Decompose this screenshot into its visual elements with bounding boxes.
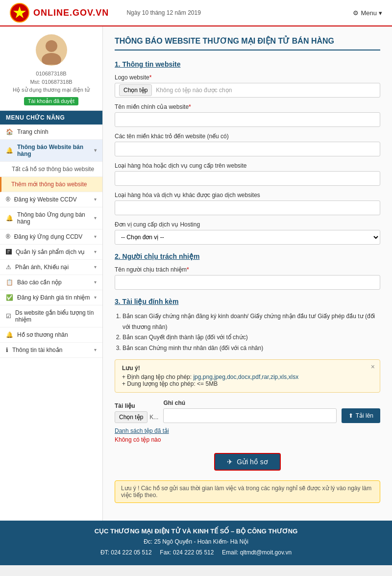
sidebar-item-them-moi[interactable]: Thêm mới thông báo website <box>0 177 102 192</box>
svg-point-3 <box>42 53 61 65</box>
profile-id: 010687318B Mst: 010687318B Hộ sử dụng th… <box>13 70 90 94</box>
other-domain-input[interactable] <box>115 142 380 156</box>
upload-btn[interactable]: ⬆ Tải lên <box>342 408 380 423</box>
other-goods-group: Loại hàng hóa và dịch vụ khác được giao … <box>115 192 380 215</box>
check-icon: ✅ <box>6 294 13 301</box>
header-menu[interactable]: ⚙ Menu ▾ <box>353 9 382 17</box>
upload-area: Tài liệu Chọn tệp K... Ghi chú ⬆ Tải lên <box>115 400 380 423</box>
sidebar-item-trang-chinh[interactable]: 🏠 Trang chính <box>0 125 102 140</box>
goods-group: Loại hàng hóa hoặc dịch vụ cung cấp trên… <box>115 162 380 186</box>
attach-item-3: Bản scan Chứng minh thư nhân dân (đối vớ… <box>122 343 380 354</box>
chevron-icon: ▾ <box>94 148 97 153</box>
notice-title: Lưu ý! <box>122 365 373 372</box>
notice-size: + Dung lượng tệp cho phép: <= 5MB <box>122 380 373 387</box>
upload-note-col: Ghi chú <box>163 400 336 423</box>
sidebar-item-quan-ly-sp[interactable]: 🅿 Quản lý sản phẩm dịch vụ ▾ <box>0 245 102 260</box>
menu-header: MENU CHỨC NĂNG <box>0 111 102 125</box>
attach-item-2: Bản scan Quyết định thành lập (đối với t… <box>122 332 380 343</box>
sidebar-item-tai-khoan[interactable]: ℹ Thông tin tài khoản ▾ <box>0 343 102 358</box>
other-goods-input[interactable] <box>115 200 380 215</box>
upload-note-input[interactable] <box>163 408 336 423</box>
gear-icon: ⚙ <box>353 9 359 17</box>
notice-close-btn[interactable]: × <box>371 363 375 371</box>
domain-input[interactable] <box>115 112 380 127</box>
notice-format: + Định dạng tệp cho phép: jpg,png,jpeg,d… <box>122 374 373 380</box>
chevron-icon4: ▾ <box>94 234 97 239</box>
avatar <box>36 34 67 66</box>
goods-label: Loại hàng hóa hoặc dịch vụ cung cấp trên… <box>115 162 380 169</box>
other-goods-label: Loại hàng hóa và dịch vụ khác được giao … <box>115 192 380 199</box>
chevron-icon2: ▾ <box>94 197 97 202</box>
responsible-label: Tên người chịu trách nhiệm* <box>115 266 380 273</box>
logo-file-placeholder: Không có tệp nào được chọn <box>156 87 232 94</box>
section1-header: 1. Thông tin website <box>115 60 380 68</box>
hosting-select[interactable]: -- Chọn đơn vị -- <box>115 230 380 245</box>
footer-contact: ĐT: 024 222 05 512 Fax: 024 222 05 512 E… <box>5 548 387 558</box>
svg-point-2 <box>46 40 57 52</box>
hosting-group: Đơn vị cung cấp dịch vụ Hosting -- Chọn … <box>115 221 380 245</box>
main-layout: 010687318B Mst: 010687318B Hộ sử dụng th… <box>0 26 392 521</box>
attach-item-1: Bản scan Giấy chứng nhận đăng ký kinh do… <box>122 311 380 332</box>
sidebar-item-bao-cao[interactable]: 📋 Báo cáo cần nộp ▾ <box>0 275 102 290</box>
bell-icon3: 🔔 <box>6 331 13 338</box>
bell-icon: 🔔 <box>6 147 13 154</box>
domain-group: Tên miền chính của website* <box>115 103 380 127</box>
upload-icon: ⬆ <box>348 412 353 419</box>
responsible-group: Tên người chịu trách nhiệm* <box>115 266 380 290</box>
chevron-icon9: ▾ <box>94 347 97 352</box>
logo-choose-btn[interactable]: Chọn tệp <box>119 84 152 96</box>
section3-header: 3. Tài liệu đính kèm <box>115 298 380 305</box>
header-logo: ONLINE.GOV.VN <box>10 3 109 23</box>
main-content: THÔNG BÁO WEBSITE THƯƠNG MẠI ĐIỆN TỬ BÁN… <box>103 26 392 521</box>
page-title: THÔNG BÁO WEBSITE THƯƠNG MẠI ĐIỆN TỬ BÁN… <box>115 36 380 50</box>
sidebar-item-ds-website[interactable]: ☑ Ds website gắn biểu tượng tín nhiệm <box>0 305 102 327</box>
logo-file-wrapper: Chọn tệp Không có tệp nào được chọn <box>115 83 380 98</box>
menu-label: Menu <box>361 9 377 17</box>
sidebar-item-dang-ky-ccdv[interactable]: ® Đăng ký Website CCDV ▾ <box>0 192 102 207</box>
warning-note: Lưu ý ! Các hồ sơ gửi sau thời gian làm … <box>115 480 380 503</box>
warning-icon: ⚠ <box>6 264 11 271</box>
chevron-icon3: ▾ <box>94 215 97 221</box>
file-list-link[interactable]: Danh sách tệp đã tải <box>115 427 169 434</box>
emblem-icon <box>10 3 29 23</box>
footer-fax: Fax: 024 222 05 512 <box>160 549 214 556</box>
bell-icon2: 🔔 <box>6 215 13 222</box>
sidebar-profile: 010687318B Mst: 010687318B Hộ sử dụng th… <box>0 26 102 111</box>
profile-approved-badge: Tài khoản đã duyệt <box>24 97 78 105</box>
sidebar-item-phan-anh[interactable]: ⚠ Phản ánh, Khiếu nại ▾ <box>0 260 102 275</box>
sidebar-item-tat-ca-ho-so[interactable]: Tất cả hồ sơ thông báo website <box>0 162 102 177</box>
notice-box: × Lưu ý! + Định dạng tệp cho phép: jpg,p… <box>115 359 380 393</box>
footer-email: Email: qltmdt@moit.gov.vn <box>222 549 292 556</box>
goods-input[interactable] <box>115 171 380 186</box>
submit-icon: ✈ <box>227 458 233 466</box>
checkmark-icon: ☑ <box>6 313 11 320</box>
footer-title: CỤC THƯƠNG MẠI ĐIỆN TỬ VÀ KINH TẾ SỐ – B… <box>5 527 387 535</box>
upload-choose-btn[interactable]: Chọn tệp <box>115 411 147 423</box>
sidebar-item-thong-bao-website[interactable]: 🔔 Thông báo Website bán hàng ▾ <box>0 140 102 162</box>
other-domain-label: Các tên miền khác trỏ đến website (nếu c… <box>115 133 380 140</box>
upload-file-label: Tài liệu <box>115 402 158 409</box>
sidebar-item-dang-ky-ung-dung[interactable]: ® Đăng ký Ứng dụng CCDV ▾ <box>0 229 102 245</box>
header-date: Ngày 10 tháng 12 năm 2019 <box>126 9 200 16</box>
footer-info: Đc: 25 Ngô Quyền - Hoàn Kiếm- Hà Nội ĐT:… <box>5 537 387 558</box>
chevron-icon8: ▾ <box>94 295 97 300</box>
product-icon: 🅿 <box>6 249 12 255</box>
report-icon: 📋 <box>6 279 13 286</box>
header: ONLINE.GOV.VN Ngày 10 tháng 12 năm 2019 … <box>0 0 392 26</box>
sidebar: 010687318B Mst: 010687318B Hộ sử dụng th… <box>0 26 103 521</box>
logo-group: Logo website* Chọn tệp Không có tệp nào … <box>115 74 380 98</box>
submit-btn[interactable]: ✈ Gửi hồ sơ <box>214 453 281 471</box>
sidebar-item-danh-gia[interactable]: ✅ Đăng ký Đánh giá tín nhiệm ▾ <box>0 290 102 305</box>
upload-note-label: Ghi chú <box>163 400 336 406</box>
chevron-icon7: ▾ <box>94 279 97 285</box>
site-name: ONLINE.GOV.VN <box>33 8 109 18</box>
sidebar-item-thong-bao-ung-dung[interactable]: 🔔 Thông báo Ứng dụng bán hàng ▾ <box>0 207 102 229</box>
responsible-input[interactable] <box>115 275 380 290</box>
home-icon: 🏠 <box>6 128 13 135</box>
other-domain-group: Các tên miền khác trỏ đến website (nếu c… <box>115 133 380 156</box>
footer: CỤC THƯƠNG MẠI ĐIỆN TỬ VÀ KINH TẾ SỐ – B… <box>0 521 392 565</box>
sidebar-item-ho-so[interactable]: 🔔 Hồ sơ thương nhân <box>0 327 102 343</box>
domain-label: Tên miền chính của website* <box>115 103 380 110</box>
no-file-text: Không có tệp nào <box>115 436 380 443</box>
register-icon: ® <box>6 196 10 203</box>
